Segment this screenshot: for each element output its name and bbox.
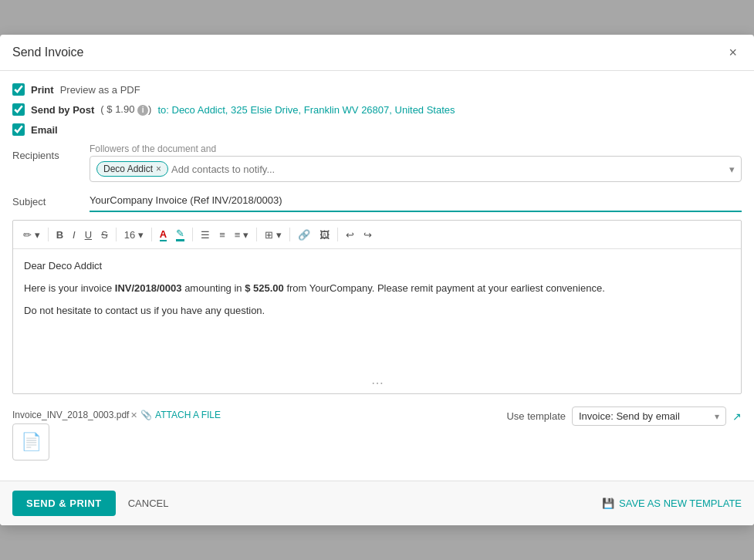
toolbar-sep-5: [256, 228, 257, 241]
print-sublabel: Preview as a PDF: [60, 84, 140, 96]
toolbar-align-btn[interactable]: ≡ ▾: [231, 227, 252, 243]
font-color-a: A: [160, 228, 167, 241]
toolbar-brush-btn[interactable]: ✎: [172, 225, 188, 244]
recipients-hint: Followers of the document and: [90, 143, 742, 154]
email-label: Email: [31, 124, 58, 136]
toolbar-sep-2: [116, 228, 117, 241]
toolbar-list-ol-btn[interactable]: ≡: [215, 227, 229, 243]
attachment-thumbnail: 📄: [12, 423, 49, 460]
editor-resize-handle[interactable]: ⋯: [13, 373, 741, 393]
attach-link-label: ATTACH A FILE: [155, 410, 221, 420]
toolbar-fontcolor-btn[interactable]: A: [156, 226, 171, 244]
toolbar-bold-btn[interactable]: B: [52, 227, 67, 243]
brush-icon: ✎: [176, 228, 184, 241]
subject-label: Subject: [12, 190, 90, 207]
email-checkbox[interactable]: [12, 123, 25, 136]
modal-title: Send Invoice: [12, 46, 84, 59]
cancel-button[interactable]: CANCEL: [125, 491, 172, 516]
modal-header: Send Invoice ×: [0, 35, 754, 71]
save-as-new-template-button[interactable]: 💾 SAVE AS NEW TEMPLATE: [602, 498, 742, 509]
recipients-row: Recipients Followers of the document and…: [12, 143, 742, 182]
recipients-box[interactable]: Deco Addict ×: [90, 156, 742, 182]
info-icon[interactable]: i: [137, 105, 148, 116]
subject-input[interactable]: [90, 190, 742, 212]
send-by-post-checkbox[interactable]: [12, 103, 25, 116]
toolbar-fontsize-btn[interactable]: 16 ▾: [120, 227, 147, 243]
recipients-dropdown-arrow: [729, 164, 735, 175]
toolbar-redo-btn[interactable]: ↪: [360, 227, 376, 243]
template-section: Use template Invoice: Send by email ↗: [506, 407, 742, 426]
send-invoice-modal: Send Invoice × Print Preview as a PDF Se…: [0, 35, 754, 525]
email-greeting: Dear Deco Addict: [24, 258, 730, 275]
attachment-item: Invoice_INV_2018_0003.pdf ✕ 📄: [12, 410, 137, 460]
template-external-link-icon[interactable]: ↗: [732, 410, 742, 423]
attach-file-link[interactable]: 📎 ATTACH A FILE: [140, 410, 221, 420]
recipient-tag-remove[interactable]: ×: [156, 164, 161, 174]
attachment-remove-btn[interactable]: ✕: [130, 410, 137, 420]
add-contacts-input[interactable]: [171, 164, 735, 175]
send-by-post-label: Send by Post: [31, 104, 94, 116]
save-template-label: SAVE AS NEW TEMPLATE: [619, 498, 742, 509]
subject-control-wrap: [90, 190, 742, 212]
footer-left: SEND & PRINT CANCEL: [12, 491, 171, 516]
attach-link-icon: 📎: [140, 410, 152, 420]
attachment-filename-row: Invoice_INV_2018_0003.pdf ✕: [12, 410, 137, 420]
send-by-post-address[interactable]: to: Deco Addict, 325 Elsie Drive, Frankl…: [157, 104, 455, 116]
modal-footer: SEND & PRINT CANCEL 💾 SAVE AS NEW TEMPLA…: [0, 481, 754, 525]
toolbar-underline-btn[interactable]: U: [81, 227, 96, 243]
footer-row: Invoice_INV_2018_0003.pdf ✕ 📄 📎 ATTACH A…: [12, 403, 742, 460]
recipient-tag: Deco Addict ×: [96, 161, 168, 177]
template-select-wrap[interactable]: Invoice: Send by email: [572, 407, 726, 426]
print-label: Print: [31, 84, 54, 96]
send-by-post-option-row: Send by Post ( $ 1.90 i) to: Deco Addict…: [12, 103, 742, 116]
email-body: Here is your invoice INV/2018/0003 amoun…: [24, 281, 730, 297]
recipients-control-wrap: Followers of the document and Deco Addic…: [90, 143, 742, 182]
editor-toolbar: ✏ ▾ B I U S 16 ▾ A ✎ ☰: [13, 221, 741, 249]
modal-body: Print Preview as a PDF Send by Post ( $ …: [0, 71, 754, 481]
toolbar-sep-1: [48, 228, 49, 241]
save-template-icon: 💾: [602, 498, 614, 509]
send-by-post-price: ( $ 1.90 i): [100, 103, 151, 116]
toolbar-sep-7: [337, 228, 338, 241]
template-dropdown-arrow: [715, 411, 719, 422]
editor-container: ✏ ▾ B I U S 16 ▾ A ✎ ☰: [12, 220, 742, 394]
toolbar-table-btn[interactable]: ⊞ ▾: [261, 227, 286, 243]
email-option-row: Email: [12, 123, 742, 136]
recipient-tag-name: Deco Addict: [103, 164, 153, 174]
template-select-text: Invoice: Send by email: [579, 410, 710, 422]
recipients-label: Recipients: [12, 143, 90, 161]
close-button[interactable]: ×: [724, 44, 742, 61]
toolbar-strike-btn[interactable]: S: [97, 227, 112, 243]
attachments-section: Invoice_INV_2018_0003.pdf ✕ 📄 📎 ATTACH A…: [12, 403, 506, 460]
toolbar-italic-btn[interactable]: I: [69, 227, 79, 243]
modal-overlay: Send Invoice × Print Preview as a PDF Se…: [0, 0, 754, 560]
toolbar-sep-6: [289, 228, 290, 241]
toolbar-pencil-btn[interactable]: ✏ ▾: [19, 227, 44, 243]
toolbar-list-ul-btn[interactable]: ☰: [197, 227, 214, 243]
attachment-filename: Invoice_INV_2018_0003.pdf: [12, 410, 129, 420]
toolbar-image-btn[interactable]: 🖼: [316, 227, 333, 243]
subject-row: Subject: [12, 190, 742, 212]
toolbar-sep-3: [151, 228, 152, 241]
send-print-button[interactable]: SEND & PRINT: [12, 491, 116, 516]
print-option-row: Print Preview as a PDF: [12, 83, 742, 96]
email-closing: Do not hesitate to contact us if you hav…: [24, 303, 730, 319]
toolbar-link-btn[interactable]: 🔗: [294, 227, 314, 243]
template-label: Use template: [506, 410, 566, 422]
editor-content[interactable]: Dear Deco Addict Here is your invoice IN…: [13, 249, 741, 373]
toolbar-undo-btn[interactable]: ↩: [342, 227, 358, 243]
toolbar-sep-4: [192, 228, 193, 241]
print-checkbox[interactable]: [12, 83, 25, 96]
pdf-icon: 📄: [21, 432, 42, 452]
